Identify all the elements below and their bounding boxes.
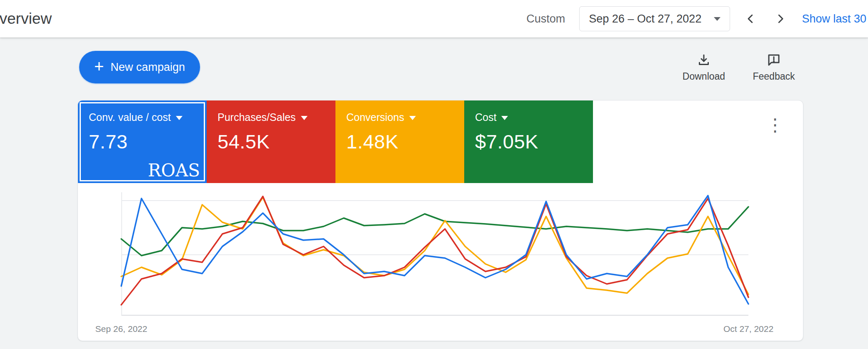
dropdown-caret-icon[interactable] [501,116,508,120]
overview-card: Conv. value / cost 7.73 ROAS Purchases/S… [78,100,803,341]
dropdown-caret-icon[interactable] [176,116,183,120]
x-axis-start-label: Sep 26, 2022 [95,324,148,334]
download-icon [696,53,711,68]
scorecard-label: Purchases/Sales [218,111,296,123]
scorecard-value: $7.05K [464,123,593,153]
page-title: Overview [0,10,52,28]
new-campaign-label: New campaign [110,61,185,74]
download-button[interactable]: Download [673,53,735,82]
plus-icon: + [94,58,104,75]
next-date-range-button[interactable] [771,9,790,28]
show-last-30-link[interactable]: Show last 30 [802,13,866,25]
scorecard-cost[interactable]: Cost $7.05K [464,100,593,183]
feedback-label: Feedback [753,71,795,82]
chevron-left-icon [744,13,757,25]
overview-chart-svg [121,192,748,321]
chevron-right-icon [774,13,787,25]
date-range-value: Sep 26 – Oct 27, 2022 [589,13,701,25]
download-label: Download [683,71,725,82]
overview-chart [121,192,748,321]
scorecard-conv-value-cost[interactable]: Conv. value / cost 7.73 ROAS [78,100,207,183]
scorecard-label: Conversions [346,111,404,123]
scorecard-label: Conv. value / cost [89,111,171,123]
new-campaign-button[interactable]: + New campaign [79,51,200,83]
dropdown-caret-icon[interactable] [409,116,416,120]
roas-annotation: ROAS [148,160,200,181]
dropdown-caret-icon[interactable] [301,116,308,120]
scorecard-purchases-sales[interactable]: Purchases/Sales 54.5K [207,100,335,183]
x-axis-end-label: Oct 27, 2022 [723,324,773,334]
chevron-down-icon [714,17,720,21]
top-bar: Overview Custom Sep 26 – Oct 27, 2022 Sh… [0,0,868,38]
custom-label: Custom [526,13,565,25]
scorecard-value: 54.5K [207,123,335,153]
prev-date-range-button[interactable] [741,9,760,28]
scorecard-value: 7.73 [78,123,207,153]
date-range-selector[interactable]: Sep 26 – Oct 27, 2022 [579,6,730,31]
scorecards: Conv. value / cost 7.73 ROAS Purchases/S… [78,100,593,183]
feedback-button[interactable]: Feedback [743,53,805,82]
scorecard-conversions[interactable]: Conversions 1.48K [335,100,464,183]
top-bar-right: Custom Sep 26 – Oct 27, 2022 Show last 3… [526,0,866,38]
scorecard-label: Cost [475,111,496,123]
overflow-menu-icon[interactable]: ⋮ [766,116,784,134]
scorecard-value: 1.48K [335,123,464,153]
feedback-icon [766,53,781,68]
